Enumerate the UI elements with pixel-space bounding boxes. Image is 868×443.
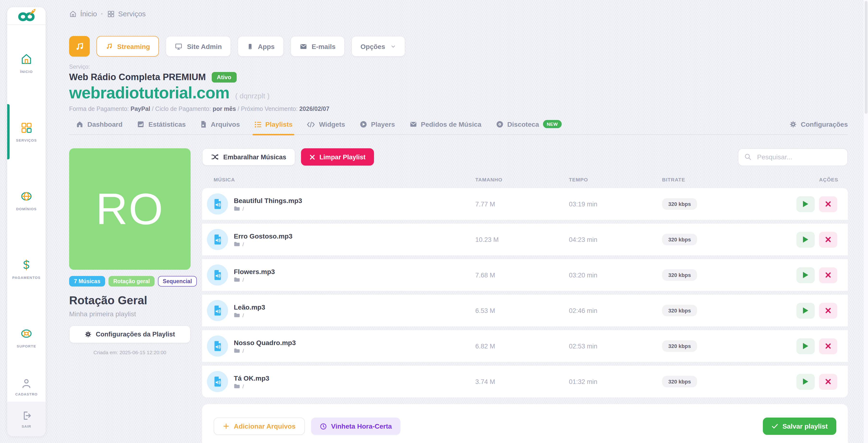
sidebar-item-suporte[interactable]: SUPORTE: [7, 303, 45, 372]
song-size: 6.53 M: [466, 307, 559, 314]
service-code: ( dqnrzplt ): [235, 92, 270, 100]
emails-button[interactable]: E-mails: [290, 36, 345, 57]
close-icon: [825, 379, 831, 384]
scrollbar-thumb[interactable]: [864, 1, 867, 114]
song-cell: Beautiful Things.mp3 /: [202, 193, 466, 215]
sidebar-item-label: SERVIÇOS: [16, 138, 37, 142]
bitrate-badge: 320 kbps: [662, 340, 697, 352]
remove-song-button[interactable]: [819, 338, 837, 354]
play-song-button[interactable]: [797, 231, 815, 247]
sidebar-item-pagamentos[interactable]: PAGAMENTOS: [7, 235, 45, 303]
streaming-tab-button[interactable]: Streaming: [96, 36, 159, 57]
chevron-down-icon: [391, 43, 396, 49]
phone-icon: [247, 42, 253, 50]
search-box: [738, 148, 848, 166]
song-name: Leão.mp3: [234, 303, 265, 311]
song-bitrate-cell: 320 kbps: [653, 305, 790, 316]
home-icon: [69, 10, 77, 18]
add-files-label: Adicionar Arquivos: [234, 422, 296, 430]
clear-playlist-button[interactable]: Limpar Playlist: [301, 148, 374, 166]
service-plan-name: Web Rádio Completa PREMIUM: [69, 72, 206, 83]
apps-button[interactable]: Apps: [238, 36, 284, 57]
shuffle-button[interactable]: Embaralhar Músicas: [202, 148, 296, 166]
play-song-button[interactable]: [797, 196, 815, 212]
song-path: /: [234, 241, 292, 247]
tab-playlists[interactable]: Playlists: [254, 121, 292, 134]
play-song-button[interactable]: [797, 338, 815, 354]
plus-icon: [223, 423, 229, 430]
playlist-settings-label: Configurações da Playlist: [96, 331, 175, 338]
breadcrumb-home[interactable]: Ínicio: [69, 9, 97, 18]
playlist-settings-button[interactable]: Configurações da Playlist: [69, 325, 191, 343]
disc-icon: [496, 120, 503, 128]
remove-song-button[interactable]: [819, 374, 837, 389]
play-song-button[interactable]: [797, 303, 815, 318]
table-row: Tá OK.mp3 / 3.74 M 01:32 min 320 kbps: [202, 366, 848, 398]
remove-song-button[interactable]: [819, 196, 837, 212]
site-admin-label: Site Admin: [187, 42, 222, 50]
folder-icon: [234, 242, 240, 247]
envelope-icon: [409, 121, 417, 128]
tab-pedidos[interactable]: Pedidos de Música: [409, 121, 481, 134]
code-icon: [307, 121, 315, 128]
vinheta-button[interactable]: Vinheta Hora-Certa: [311, 417, 400, 435]
song-bitrate-cell: 320 kbps: [653, 234, 790, 245]
song-path: /: [234, 312, 265, 318]
sidebar-item-sair[interactable]: SAIR: [7, 402, 45, 436]
sidebar-item-label: SAIR: [22, 424, 31, 429]
dollar-icon: [20, 258, 33, 271]
song-bitrate-cell: 320 kbps: [653, 340, 790, 352]
sidebar-item-inicio[interactable]: ÍNICIO: [7, 29, 45, 97]
audio-file-icon: [207, 336, 228, 357]
sidebar-item-servicos[interactable]: SERVIÇOS: [7, 97, 45, 166]
tab-estatisticas[interactable]: Estátisticas: [137, 121, 186, 134]
streaming-icon-button[interactable]: [69, 36, 90, 57]
envelope-icon: [300, 42, 307, 50]
add-files-button[interactable]: Adicionar Arquivos: [214, 417, 305, 435]
sidebar-nav: ÍNICIO SERVIÇOS: [7, 25, 45, 372]
remove-song-button[interactable]: [819, 303, 837, 318]
options-dropdown[interactable]: Opções: [351, 36, 405, 57]
site-admin-button[interactable]: Site Admin: [166, 36, 231, 57]
tab-discoteca[interactable]: Discoteca NEW: [496, 120, 561, 134]
tab-players[interactable]: Players: [360, 121, 395, 134]
tab-arquivos[interactable]: Arquivos: [200, 121, 240, 134]
search-input[interactable]: [756, 153, 845, 161]
play-song-button[interactable]: [797, 374, 815, 389]
tab-dashboard[interactable]: Dashboard: [76, 121, 122, 134]
playlist-panel: RO 7 Músicas Rotação geral Sequencial Ro…: [69, 148, 191, 443]
logout-icon: [21, 410, 32, 421]
column-header-bitrate: BITRATE: [653, 177, 790, 182]
home-icon: [76, 121, 84, 128]
close-icon: [825, 236, 831, 242]
song-cell: Erro Gostoso.mp3 /: [202, 229, 466, 250]
clear-playlist-label: Limpar Playlist: [319, 153, 366, 161]
app-logo[interactable]: [7, 7, 45, 25]
new-badge: NEW: [543, 120, 562, 128]
song-cell: Leão.mp3 /: [202, 300, 466, 321]
bitrate-badge: 320 kbps: [662, 305, 697, 316]
shuffle-label: Embaralhar Músicas: [223, 153, 286, 161]
song-time: 03:20 min: [559, 272, 653, 279]
breadcrumb-section-label: Serviços: [118, 9, 146, 18]
sidebar-item-dominios[interactable]: DOMÍNIOS: [7, 166, 45, 235]
payment-cycle: por mês: [213, 105, 236, 112]
save-playlist-button[interactable]: Salvar playlist: [763, 417, 836, 435]
play-song-button[interactable]: [797, 267, 815, 283]
search-icon: [744, 153, 752, 161]
remove-song-button[interactable]: [819, 267, 837, 283]
playlist-toolbar: Embaralhar Músicas Limpar Playlist: [202, 148, 848, 166]
remove-song-button[interactable]: [819, 231, 837, 247]
tab-configuracoes[interactable]: Configurações: [789, 121, 848, 134]
play-icon: [803, 272, 808, 278]
folder-icon: [234, 312, 240, 318]
playlist-songs-panel: Embaralhar Músicas Limpar Playlist: [202, 148, 848, 443]
playlist-cover: RO: [69, 148, 191, 270]
play-icon: [803, 307, 808, 314]
sidebar-item-cadastro[interactable]: CADASTRO: [7, 372, 45, 402]
breadcrumb-servicos[interactable]: Serviços: [107, 9, 146, 18]
tab-widgets[interactable]: Widgets: [307, 121, 345, 134]
sidebar-item-label: CADASTRO: [16, 392, 38, 396]
song-size: 7.68 M: [466, 272, 559, 279]
song-path: /: [234, 348, 296, 353]
